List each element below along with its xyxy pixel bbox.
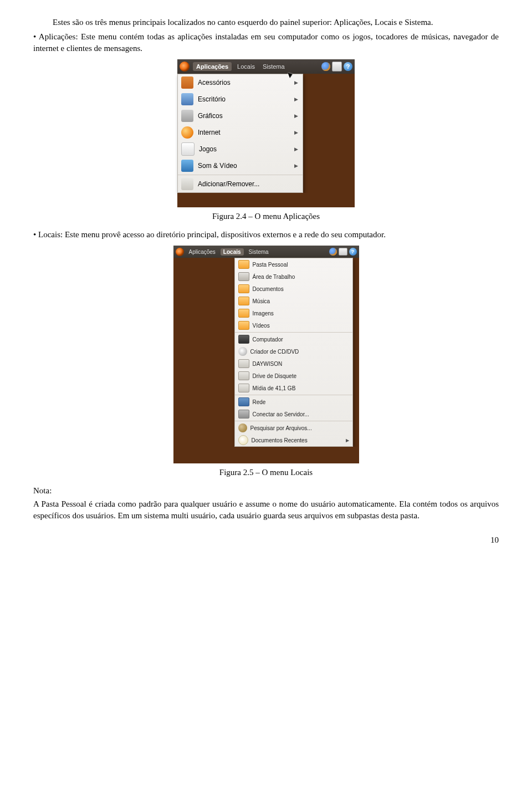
menu-item-area-trabalho[interactable]: Área de Trabalho <box>235 271 352 283</box>
folder-icon <box>238 321 249 330</box>
menu-item-label: Adicionar/Remover... <box>198 180 259 188</box>
menu-item-imagens[interactable]: Imagens <box>235 307 352 319</box>
menu-item-adicionar-remover[interactable]: Adicionar/Remover... <box>178 176 303 192</box>
menu-item-label: Gráficos <box>198 112 223 120</box>
submenu-arrow-icon: ▶ <box>294 130 298 135</box>
folder-icon <box>238 297 249 305</box>
help-icon[interactable]: ? <box>349 248 357 256</box>
menu-item-label: Área de Trabalho <box>253 274 295 280</box>
panel-menu-sistema[interactable]: Sistema <box>247 249 270 255</box>
menu-item-label: Conectar ao Servidor... <box>253 411 309 417</box>
mail-icon[interactable] <box>332 62 342 72</box>
menu-item-graficos[interactable]: Gráficos ▶ <box>178 108 303 124</box>
submenu-arrow-icon: ▶ <box>294 80 298 85</box>
add-remove-icon <box>181 178 193 190</box>
search-icon <box>238 423 247 432</box>
note-paragraph: A Pasta Pessoal é criada como padrão par… <box>33 498 499 521</box>
recent-icon <box>238 435 248 445</box>
menu-item-label: Jogos <box>199 145 217 153</box>
drive-icon <box>238 359 249 368</box>
menu-item-acessorios[interactable]: Acessórios ▶ <box>178 74 303 91</box>
panel-menu-aplicacoes[interactable]: Aplicações <box>187 249 217 255</box>
menu-item-rede[interactable]: Rede <box>235 396 352 408</box>
screenshot-aplicacoes: Aplicações Locais Sistema ? Acessórios ▶… <box>177 59 355 207</box>
figure-caption-2: Figura 2.5 – O menu Locais <box>33 468 499 477</box>
server-icon <box>238 410 249 419</box>
disc-icon <box>238 347 247 356</box>
menu-item-criador-cd-dvd[interactable]: Criador de CD/DVD <box>235 345 352 358</box>
computer-icon <box>238 335 249 344</box>
menu-item-label: Vídeos <box>253 323 270 329</box>
folder-icon <box>238 284 249 293</box>
menu-item-midia[interactable]: Mídia de 41,1 GB <box>235 382 352 394</box>
menu-locais-popup: Pasta Pessoal Área de Trabalho Documento… <box>234 258 353 447</box>
menu-item-label: Drive de Disquete <box>253 373 296 379</box>
menu-item-label: Documentos <box>253 286 284 292</box>
folder-icon <box>238 260 249 269</box>
submenu-arrow-icon: ▶ <box>294 113 298 119</box>
note-label: Nota: <box>33 485 499 496</box>
menu-item-pesquisar[interactable]: Pesquisar por Arquivos... <box>235 422 352 434</box>
menu-separator <box>235 332 352 333</box>
menu-item-computador[interactable]: Computador <box>235 333 352 345</box>
menu-item-disquete[interactable]: Drive de Disquete <box>235 370 352 382</box>
menu-item-documentos[interactable]: Documentos <box>235 283 352 295</box>
gnome-panel: Aplicações Locais Sistema ? <box>173 246 359 258</box>
desktop-background <box>177 193 355 207</box>
menu-separator <box>235 395 352 395</box>
graphics-icon <box>181 110 193 122</box>
figure-locais: Aplicações Locais Sistema ? Pasta Pessoa… <box>33 246 499 477</box>
screenshot-locais: Aplicações Locais Sistema ? Pasta Pessoa… <box>173 246 359 463</box>
menu-separator <box>178 175 303 175</box>
panel-menu-locais[interactable]: Locais <box>221 248 244 256</box>
network-icon <box>238 397 249 406</box>
menu-item-label: Documentos Recentes <box>252 437 308 443</box>
help-icon[interactable]: ? <box>344 62 352 71</box>
menu-item-label: Computador <box>253 336 283 343</box>
menu-item-escritorio[interactable]: Escritório ▶ <box>178 91 303 108</box>
panel-menu-sistema[interactable]: Sistema <box>260 63 287 70</box>
submenu-arrow-icon: ▶ <box>346 438 349 443</box>
menu-item-label: Rede <box>253 399 266 405</box>
panel-menu-locais[interactable]: Locais <box>235 63 257 70</box>
firefox-icon[interactable] <box>329 248 337 256</box>
menu-item-label: Som & Vídeo <box>198 162 237 170</box>
menu-item-musica[interactable]: Música <box>235 295 352 307</box>
firefox-icon[interactable] <box>321 62 330 71</box>
office-icon <box>181 93 193 105</box>
menu-item-label: Criador de CD/DVD <box>250 349 299 355</box>
menu-item-somvideo[interactable]: Som & Vídeo ▶ <box>178 157 303 174</box>
menu-aplicacoes-popup: Acessórios ▶ Escritório ▶ Gráficos ▶ Int… <box>177 74 303 193</box>
games-icon <box>181 142 195 156</box>
page-number: 10 <box>33 535 499 545</box>
menu-item-label: Pesquisar por Arquivos... <box>250 425 312 431</box>
submenu-arrow-icon: ▶ <box>294 163 298 169</box>
submenu-arrow-icon: ▶ <box>294 146 298 152</box>
desktop-background <box>173 447 359 463</box>
bullet-aplicacoes: • Aplicações: Este menu contém todas as … <box>33 31 499 54</box>
mail-icon[interactable] <box>339 248 347 256</box>
menu-item-label: Acessórios <box>198 79 231 86</box>
menu-item-label: Internet <box>198 129 221 136</box>
menu-item-label: Música <box>253 298 270 304</box>
menu-item-videos[interactable]: Vídeos <box>235 319 352 331</box>
floppy-icon <box>238 371 249 380</box>
menu-item-label: Imagens <box>253 310 274 317</box>
menu-item-jogos[interactable]: Jogos ▶ <box>178 141 303 157</box>
internet-icon <box>181 126 193 139</box>
menu-item-internet[interactable]: Internet ▶ <box>178 124 303 141</box>
menu-item-label: Mídia de 41,1 GB <box>253 385 296 391</box>
desktop-icon <box>238 272 249 281</box>
figure-caption-1: Figura 2.4 – O menu Aplicações <box>33 212 499 221</box>
paragraph-intro: Estes são os três menus principais local… <box>33 17 499 28</box>
folder-icon <box>238 309 249 318</box>
panel-menu-aplicacoes[interactable]: Aplicações <box>193 62 232 71</box>
menu-item-conectar-servidor[interactable]: Conectar ao Servidor... <box>235 408 352 420</box>
accessories-icon <box>181 76 193 89</box>
menu-item-label: DAYWISON <box>253 361 283 367</box>
submenu-arrow-icon: ▶ <box>294 96 298 102</box>
menu-item-documentos-recentes[interactable]: Documentos Recentes▶ <box>235 434 352 446</box>
ubuntu-logo-icon <box>176 248 184 256</box>
menu-item-daywison[interactable]: DAYWISON <box>235 358 352 370</box>
menu-item-pasta-pessoal[interactable]: Pasta Pessoal <box>235 258 352 271</box>
